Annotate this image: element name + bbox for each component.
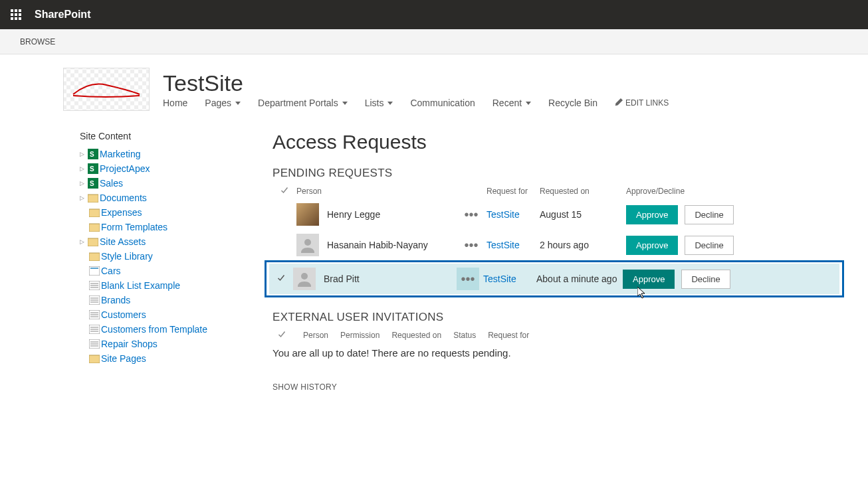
list-icon xyxy=(89,339,100,349)
chevron-down-icon xyxy=(342,102,348,105)
ellipsis-icon[interactable]: ••• xyxy=(460,203,483,226)
decline-button[interactable]: Decline xyxy=(685,236,733,255)
sidebar-item-documents[interactable]: Documents xyxy=(100,191,147,205)
expander-icon[interactable]: ▷ xyxy=(80,234,86,249)
suite-brand[interactable]: SharePoint xyxy=(35,9,90,21)
check-icon[interactable] xyxy=(277,274,285,284)
sidebar-item-sitepages[interactable]: Site Pages xyxy=(101,351,146,366)
expander-icon[interactable]: ▷ xyxy=(80,161,86,176)
sidebar-item-customers[interactable]: Customers xyxy=(101,307,146,322)
avatar xyxy=(293,268,316,290)
nav-dept-portals[interactable]: Department Portals xyxy=(258,98,348,108)
site-logo[interactable] xyxy=(63,68,150,111)
svg-rect-8 xyxy=(19,17,21,20)
sidebar-item-formtemplates[interactable]: Form Templates xyxy=(101,220,167,234)
pending-column-headers: Person Request for Requested on Approve/… xyxy=(272,184,841,199)
show-history-link[interactable]: SHOW HISTORY xyxy=(272,382,841,392)
nav-recycle-bin[interactable]: Recycle Bin xyxy=(548,98,597,108)
svg-rect-16 xyxy=(89,209,100,217)
tab-browse[interactable]: BROWSE xyxy=(0,37,68,46)
nav-communication[interactable]: Communication xyxy=(410,98,475,108)
external-column-headers: Person Permission Requested on Status Re… xyxy=(272,328,841,343)
svg-rect-0 xyxy=(11,9,13,12)
external-heading: EXTERNAL USER INVITATIONS xyxy=(272,311,841,324)
requested-on: 2 hours ago xyxy=(540,240,626,250)
svg-rect-18 xyxy=(88,238,98,246)
svg-rect-2 xyxy=(19,9,21,12)
ext-col-status[interactable]: Status xyxy=(453,331,476,341)
col-requested-on[interactable]: Requested on xyxy=(540,187,626,197)
nav-lists[interactable]: Lists xyxy=(365,98,393,108)
ext-col-requested-on[interactable]: Requested on xyxy=(391,331,441,341)
col-approve-decline[interactable]: Approve/Decline xyxy=(626,187,685,197)
svg-point-43 xyxy=(304,239,311,246)
svg-rect-1 xyxy=(15,9,17,12)
svg-point-44 xyxy=(301,273,308,280)
folder-icon xyxy=(89,207,100,218)
svg-rect-4 xyxy=(15,13,17,16)
request-row[interactable]: Hasanain Habib-Nayany ••• TestSite 2 hou… xyxy=(272,230,841,260)
check-icon[interactable] xyxy=(280,187,288,197)
request-row[interactable]: Brad Pitt ••• TestSite About a minute ag… xyxy=(269,264,839,294)
sidebar-item-projectapex[interactable]: ProjectApex xyxy=(100,161,150,176)
sidebar-item-customerstpl[interactable]: Customers from Template xyxy=(101,322,207,337)
svg-rect-6 xyxy=(11,17,13,20)
ext-col-permission[interactable]: Permission xyxy=(340,331,380,341)
list-icon xyxy=(89,309,100,320)
expander-icon[interactable]: ▷ xyxy=(80,147,86,161)
site-icon: S xyxy=(88,163,98,174)
svg-rect-17 xyxy=(89,224,100,232)
request-row[interactable]: Henry Legge ••• TestSite August 15 Appro… xyxy=(272,199,841,230)
request-for-link[interactable]: TestSite xyxy=(483,274,516,284)
site-title[interactable]: TestSite xyxy=(163,70,669,96)
edit-links-button[interactable]: EDIT LINKS xyxy=(615,98,669,108)
ext-col-request-for[interactable]: Request for xyxy=(488,331,529,341)
decline-button[interactable]: Decline xyxy=(685,205,733,224)
svg-text:S: S xyxy=(90,180,94,187)
sidebar-item-blanklist[interactable]: Blank List Example xyxy=(101,278,180,293)
nav-home[interactable]: Home xyxy=(163,98,187,108)
chevron-down-icon xyxy=(235,102,241,105)
person-name[interactable]: Henry Legge xyxy=(327,209,380,220)
ellipsis-icon[interactable]: ••• xyxy=(460,234,483,256)
request-for-link[interactable]: TestSite xyxy=(487,209,520,220)
chevron-down-icon xyxy=(526,102,531,105)
svg-rect-15 xyxy=(88,195,98,203)
svg-rect-19 xyxy=(89,253,100,261)
sidebar-item-sales[interactable]: Sales xyxy=(100,176,123,191)
sidebar-item-stylelibrary[interactable]: Style Library xyxy=(101,249,153,264)
sidebar-heading: Site Content xyxy=(80,131,233,141)
sidebar-item-expenses[interactable]: Expenses xyxy=(101,205,142,220)
approve-button[interactable]: Approve xyxy=(623,270,675,289)
nav-pages[interactable]: Pages xyxy=(205,98,241,108)
approve-button[interactable]: Approve xyxy=(626,236,678,255)
col-person[interactable]: Person xyxy=(296,187,460,197)
nav-recent[interactable]: Recent xyxy=(492,98,531,108)
site-icon: S xyxy=(88,178,98,189)
person-name[interactable]: Brad Pitt xyxy=(324,274,360,284)
request-for-link[interactable]: TestSite xyxy=(487,240,520,250)
requested-on: August 15 xyxy=(540,209,626,220)
requested-on: About a minute ago xyxy=(536,274,623,284)
ext-col-person[interactable]: Person xyxy=(303,331,328,341)
check-icon[interactable] xyxy=(278,331,286,341)
col-request-for[interactable]: Request for xyxy=(487,187,540,197)
folder-icon xyxy=(89,222,100,232)
sidebar-item-brands[interactable]: Brands xyxy=(101,293,130,307)
approve-button[interactable]: Approve xyxy=(626,205,678,224)
app-launcher-icon[interactable] xyxy=(5,4,27,25)
sidebar-item-repairshops[interactable]: Repair Shops xyxy=(101,337,158,351)
person-name[interactable]: Hasanain Habib-Nayany xyxy=(327,240,428,250)
sidebar-item-siteassets[interactable]: Site Assets xyxy=(100,234,146,249)
selected-row-highlight: Brad Pitt ••• TestSite About a minute ag… xyxy=(265,260,844,297)
expander-icon[interactable]: ▷ xyxy=(80,176,86,191)
ellipsis-icon[interactable]: ••• xyxy=(457,268,479,290)
expander-icon[interactable]: ▷ xyxy=(80,191,86,205)
folder-icon xyxy=(89,251,100,262)
folder-icon xyxy=(88,193,98,203)
sidebar-item-cars[interactable]: Cars xyxy=(101,264,121,278)
decline-button[interactable]: Decline xyxy=(681,270,730,289)
sidebar-item-marketing[interactable]: Marketing xyxy=(100,147,140,161)
svg-rect-3 xyxy=(11,13,13,16)
list-icon xyxy=(89,324,100,335)
